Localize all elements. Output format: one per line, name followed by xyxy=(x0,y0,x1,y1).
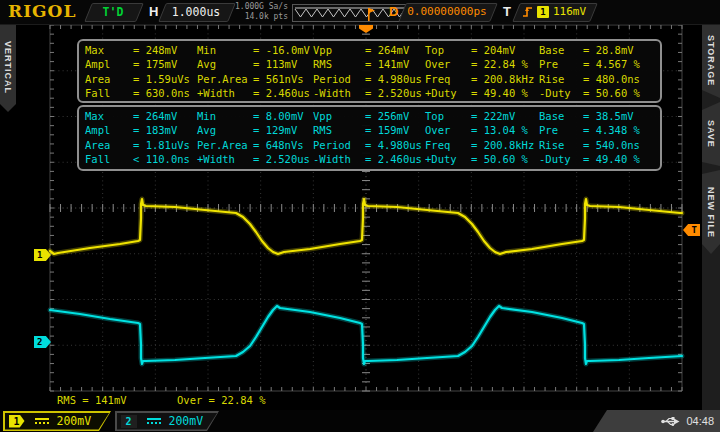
menu-item-save[interactable]: SAVE xyxy=(702,102,720,166)
measurement-row: Area= 1.81uVsPer.Area= 648nVsPeriod= 4.9… xyxy=(85,138,660,152)
measurement-item: Avg= 129mV xyxy=(197,123,313,137)
measurement-row: Max= 248mVMin= -16.0mVVpp= 264mVTop= 204… xyxy=(85,43,660,57)
readout-rms: RMS = 141mV xyxy=(57,394,127,406)
trigger-label: T xyxy=(503,4,511,19)
measurement-item: Rise= 540.0ns xyxy=(539,138,656,152)
measurement-item: Over= 22.84 % xyxy=(425,57,539,71)
measurement-item: Area= 1.81uVs xyxy=(85,138,197,152)
measurement-item: Ampl= 175mV xyxy=(85,57,197,71)
measurement-item: +Duty= 50.60 % xyxy=(425,152,539,166)
measurement-item: +Width= 2.460us xyxy=(197,86,313,100)
measurement-item: Base= 28.8mV xyxy=(539,43,656,57)
trigger-source-badge: 1 xyxy=(537,6,549,18)
measurement-item: Per.Area= 648nVs xyxy=(197,138,313,152)
sample-rate-readout: 1.000G Sa/s 14.0k pts xyxy=(230,2,288,22)
measurement-item: Pre= 4.348 % xyxy=(539,123,656,137)
measurement-item: Fall= 630.0ns xyxy=(85,86,197,100)
rising-edge-icon xyxy=(522,5,533,18)
measurement-item: +Width= 2.520us xyxy=(197,152,313,166)
measurement-row: Ampl= 183mVAvg= 129mVRMS= 159mVOver= 13.… xyxy=(85,123,660,137)
measure-panel-ch2: Max= 264mVMin= 8.00mVVpp= 256mVTop= 222m… xyxy=(77,105,662,171)
channel2-scale: 200mV xyxy=(169,414,204,428)
measurement-row: Area= 1.59uVsPer.Area= 561nVsPeriod= 4.9… xyxy=(85,72,660,86)
measurement-item: Min= -16.0mV xyxy=(197,43,313,57)
dc-coupling-icon xyxy=(147,418,161,424)
measurement-item: Min= 8.00mV xyxy=(197,109,313,123)
measure-block-ch2: Max= 264mVMin= 8.00mVVpp= 256mVTop= 222m… xyxy=(85,109,660,167)
menu-item-storage[interactable]: STORAGE xyxy=(702,24,720,98)
channel1-badge: 1 xyxy=(9,415,25,428)
measurement-item: RMS= 159mV xyxy=(313,123,425,137)
dc-coupling-icon xyxy=(35,418,49,424)
sample-rate: 1.000G Sa/s xyxy=(230,2,288,12)
measurement-row: Fall= 630.0ns+Width= 2.460us-Width= 2.52… xyxy=(85,86,660,100)
measurement-item: RMS= 141mV xyxy=(313,57,425,71)
trigger-level-value: 116mV xyxy=(553,5,586,18)
measurement-item: Freq= 200.8kHz xyxy=(425,72,539,86)
measurement-item: Base= 38.5mV xyxy=(539,109,656,123)
measurement-item: Ampl= 183mV xyxy=(85,123,197,137)
clock: 04:48 xyxy=(686,415,714,427)
trigger-status: T'D xyxy=(88,3,138,20)
measurement-item: Rise= 480.0ns xyxy=(539,72,656,86)
memory-trigger-flag-icon xyxy=(363,6,375,22)
measurement-item: Avg= 113mV xyxy=(197,57,313,71)
timebase-value[interactable]: 1.000us xyxy=(162,3,230,20)
measurement-item: Vpp= 256mV xyxy=(313,109,425,123)
measurement-item: Top= 204mV xyxy=(425,43,539,57)
measurement-row: Fall< 110.0ns+Width= 2.520us-Width= 2.46… xyxy=(85,152,660,166)
measurement-item: Freq= 200.8kHz xyxy=(425,138,539,152)
softkey-menu-rail: STORAGE SAVE NEW FILE xyxy=(702,24,720,410)
top-status-bar: RIGOL T'D H 1.000us 1.000G Sa/s 14.0k pt… xyxy=(0,0,720,25)
measurement-item: Pre= 4.567 % xyxy=(539,57,656,71)
channel1-tab[interactable]: 1 200mV xyxy=(3,411,111,431)
menu-item-new-file[interactable]: NEW FILE xyxy=(702,170,720,254)
measurement-row: Max= 264mVMin= 8.00mVVpp= 256mVTop= 222m… xyxy=(85,109,660,123)
measurement-item: Area= 1.59uVs xyxy=(85,72,197,86)
measure-panel-ch1: Max= 248mVMin= -16.0mVVpp= 264mVTop= 204… xyxy=(77,39,662,103)
measurement-item: Period= 4.980us xyxy=(313,138,425,152)
measurement-item: -Width= 2.520us xyxy=(313,86,425,100)
delay-label: D xyxy=(389,4,398,19)
measurement-item: Period= 4.980us xyxy=(313,72,425,86)
channel2-badge: 2 xyxy=(121,415,137,428)
measurement-item: Top= 222mV xyxy=(425,109,539,123)
measurement-item: Max= 264mV xyxy=(85,109,197,123)
measurement-item: +Duty= 49.40 % xyxy=(425,86,539,100)
channel1-scale: 200mV xyxy=(57,414,92,428)
memory-depth: 14.0k pts xyxy=(230,12,288,22)
delay-value[interactable]: 0.00000000ps xyxy=(402,3,492,20)
usb-icon xyxy=(661,416,681,427)
rigol-logo: RIGOL xyxy=(8,1,76,21)
system-status-area: 04:48 xyxy=(593,410,720,432)
measure-block-ch1: Max= 248mVMin= -16.0mVVpp= 264mVTop= 204… xyxy=(85,43,660,101)
measurement-row: Ampl= 175mVAvg= 113mVRMS= 141mVOver= 22.… xyxy=(85,57,660,71)
measurement-item: Fall< 110.0ns xyxy=(85,152,197,166)
measurement-item: Vpp= 264mV xyxy=(313,43,425,57)
measurement-item: -Duty= 50.60 % xyxy=(539,86,656,100)
readout-over: Over = 22.84 % xyxy=(177,394,266,406)
measurement-item: -Width= 2.460us xyxy=(313,152,425,166)
measurement-item: Per.Area= 561nVs xyxy=(197,72,313,86)
measurement-item: -Duty= 49.40 % xyxy=(539,152,656,166)
measurement-item: Over= 13.04 % xyxy=(425,123,539,137)
channel2-tab[interactable]: 2 200mV xyxy=(115,411,219,431)
trigger-settings[interactable]: 1 116mV xyxy=(516,3,592,20)
horizontal-label: H xyxy=(149,4,158,19)
measurement-item: Max= 248mV xyxy=(85,43,197,57)
oscilloscope-screen: 1 2 T Max= 248mVMin= -16.0mVVpp= 264mVTo… xyxy=(0,0,720,432)
